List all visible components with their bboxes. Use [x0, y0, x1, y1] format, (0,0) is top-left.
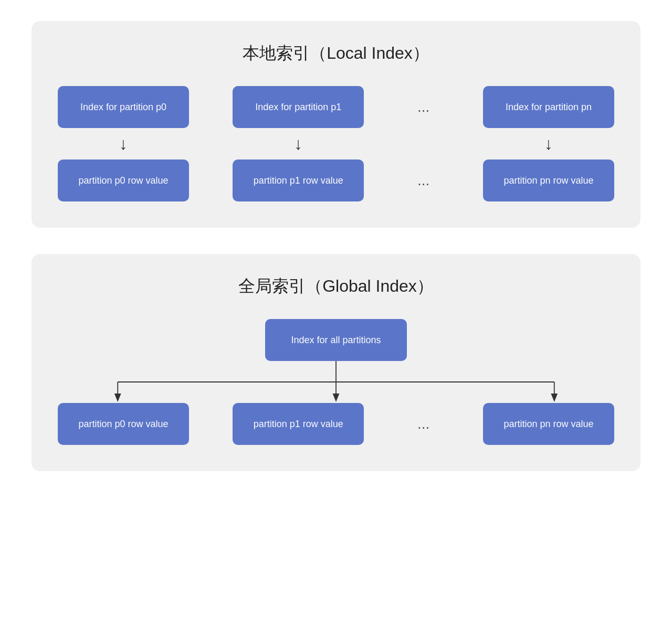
arrow-down-p1: ↓ [294, 128, 302, 160]
local-bottom-ellipsis: ... [408, 172, 439, 189]
local-top-row: Index for partition p0 Index for partiti… [58, 86, 614, 128]
local-data-box-p0: partition p0 row value [58, 160, 189, 201]
local-index-box-p1: Index for partition p1 [233, 86, 364, 128]
global-index-title: 全局索引（Global Index） [58, 275, 614, 298]
svg-marker-6 [333, 394, 340, 402]
arrow-down-p0: ↓ [119, 128, 128, 160]
local-index-title: 本地索引（Local Index） [58, 42, 614, 65]
local-index-container: 本地索引（Local Index） Index for partition p0… [32, 21, 640, 228]
global-index-layout: Index for all partitions [58, 319, 614, 445]
local-index-layout: Index for partition p0 Index for partiti… [58, 86, 614, 201]
global-arrow-area [58, 361, 614, 403]
local-index-box-p0: Index for partition p0 [58, 86, 189, 128]
global-bottom-row: partition p0 row value partition p1 row … [58, 403, 614, 445]
local-top-ellipsis: ... [408, 99, 439, 115]
global-data-box-pn: partition pn row value [483, 403, 614, 445]
local-index-box-pn: Index for partition pn [483, 86, 614, 128]
local-bottom-row: partition p0 row value partition p1 row … [58, 160, 614, 201]
arrow-col-p0: ↓ [58, 128, 189, 160]
arrow-col-p1: ↓ [233, 128, 364, 160]
arrow-col-pn: ↓ [483, 128, 614, 160]
svg-marker-7 [551, 394, 558, 402]
local-arrows-row: ↓ ↓ ↓ [58, 128, 614, 160]
arrow-down-pn: ↓ [544, 128, 553, 160]
global-arrows-svg [58, 361, 614, 403]
global-data-box-p0: partition p0 row value [58, 403, 189, 445]
local-data-box-pn: partition pn row value [483, 160, 614, 201]
global-bottom-ellipsis: ... [408, 416, 439, 432]
global-index-box: Index for all partitions [265, 319, 407, 361]
global-index-container: 全局索引（Global Index） Index for all partiti… [32, 254, 640, 471]
global-data-box-p1: partition p1 row value [233, 403, 364, 445]
svg-marker-5 [114, 394, 121, 402]
global-top-row: Index for all partitions [265, 319, 407, 361]
local-data-box-p1: partition p1 row value [233, 160, 364, 201]
